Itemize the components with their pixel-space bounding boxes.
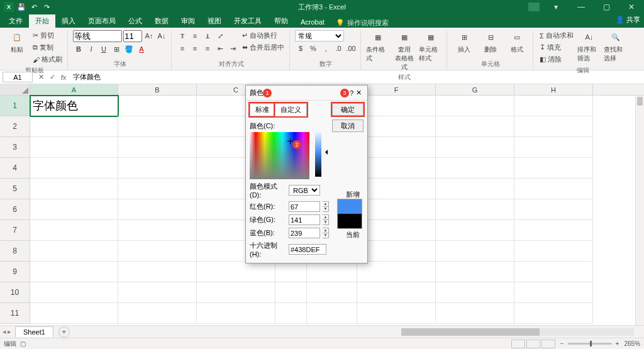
cell-H10[interactable]	[514, 282, 593, 303]
hex-input[interactable]	[289, 244, 326, 255]
cell-B3[interactable]	[118, 137, 197, 158]
tab-file[interactable]: 文件	[3, 14, 29, 28]
cell-B6[interactable]	[118, 199, 197, 220]
cell-A1[interactable]: 字体颜色	[30, 96, 118, 116]
cell-B7[interactable]	[118, 220, 197, 241]
cell-C11[interactable]	[197, 303, 275, 324]
grow-font-icon[interactable]: A↑	[143, 30, 155, 42]
inc-dec-icon[interactable]: .0	[333, 43, 344, 54]
cell-styles-button[interactable]: ▦单元格样式	[419, 30, 443, 63]
autosum-button[interactable]: Σ自动求和	[538, 30, 575, 41]
cell-E11[interactable]	[307, 303, 357, 324]
blue-spinner[interactable]: ▲▼	[323, 228, 329, 238]
indent-inc-icon[interactable]: ⇥	[227, 43, 238, 54]
cell-G6[interactable]	[436, 199, 514, 220]
row-header-4[interactable]: 4	[0, 158, 30, 179]
minimize-button[interactable]: —	[569, 0, 594, 14]
cell-A10[interactable]	[30, 282, 118, 303]
ribbon-opts-icon[interactable]: ▾	[543, 0, 569, 14]
cell-G3[interactable]	[436, 137, 514, 158]
align-right-icon[interactable]: ≡	[202, 43, 213, 54]
add-sheet-button[interactable]: +	[58, 326, 70, 338]
col-header-h[interactable]: H	[514, 84, 593, 95]
font-name-input[interactable]	[73, 30, 122, 42]
cell-C9[interactable]	[197, 262, 275, 282]
cell-G9[interactable]	[436, 262, 514, 282]
align-mid-icon[interactable]: ≡	[189, 30, 201, 42]
sheet-tab-1[interactable]: Sheet1	[15, 326, 53, 337]
italic-button[interactable]: I	[86, 43, 97, 55]
align-center-icon[interactable]: ≡	[189, 43, 201, 54]
indent-dec-icon[interactable]: ⇤	[214, 43, 226, 54]
align-top-icon[interactable]: ⫪	[177, 30, 188, 42]
cell-A6[interactable]	[30, 199, 118, 220]
redo-icon[interactable]: ↷	[42, 2, 52, 12]
cell-B5[interactable]	[118, 179, 197, 199]
cell-A3[interactable]	[30, 137, 118, 158]
font-color-button[interactable]: A	[136, 43, 147, 55]
fill-button[interactable]: ↧填充	[538, 42, 575, 53]
cond-format-button[interactable]: ▦条件格式	[366, 30, 390, 63]
cell-F5[interactable]	[357, 179, 436, 199]
cell-G4[interactable]	[436, 158, 514, 179]
col-header-f[interactable]: F	[357, 84, 436, 95]
cell-B8[interactable]	[118, 241, 197, 262]
sheet-nav-prev-icon[interactable]: ◂	[3, 328, 6, 336]
cell-H3[interactable]	[514, 137, 593, 158]
row-header-9[interactable]: 9	[0, 262, 30, 282]
cell-A2[interactable]	[30, 116, 118, 137]
comma-icon[interactable]: ,	[320, 43, 331, 54]
row-header-2[interactable]: 2	[0, 116, 30, 137]
format-cells-button[interactable]: ▭格式	[505, 30, 529, 54]
cancel-formula-icon[interactable]: ✕	[35, 73, 47, 81]
col-header-b[interactable]: B	[118, 84, 197, 95]
copy-button[interactable]: ⧉复制	[31, 42, 64, 53]
row-header-5[interactable]: 5	[0, 179, 30, 199]
cell-F4[interactable]	[357, 158, 436, 179]
cell-F9[interactable]	[357, 262, 436, 282]
insert-cells-button[interactable]: ⊞插入	[452, 30, 476, 54]
currency-icon[interactable]: $	[295, 43, 306, 54]
cell-B9[interactable]	[118, 262, 197, 282]
cell-F10[interactable]	[357, 282, 436, 303]
tab-home[interactable]: 开始	[29, 14, 55, 28]
paste-button[interactable]: 📋粘贴	[5, 30, 29, 54]
zoom-in-button[interactable]: +	[616, 340, 619, 347]
cell-B1[interactable]	[118, 96, 197, 116]
cell-G2[interactable]	[436, 116, 514, 137]
cell-D9[interactable]	[275, 262, 307, 282]
number-format-select[interactable]: 常规	[295, 30, 344, 42]
underline-button[interactable]: U	[98, 43, 109, 55]
formula-input[interactable]: 字体颜色	[69, 72, 644, 82]
merge-button[interactable]: ⬌合并后居中	[241, 42, 286, 53]
zoom-level[interactable]: 265%	[624, 340, 640, 347]
tab-formulas[interactable]: 公式	[122, 14, 148, 28]
cell-B10[interactable]	[118, 282, 197, 303]
view-normal-icon[interactable]	[511, 340, 525, 348]
cell-H2[interactable]	[514, 116, 593, 137]
cell-E9[interactable]	[307, 262, 357, 282]
cell-G1[interactable]	[436, 96, 514, 116]
red-input[interactable]	[289, 201, 320, 212]
dec-dec-icon[interactable]: .00	[345, 43, 357, 54]
cell-A9[interactable]	[30, 262, 118, 282]
cell-H4[interactable]	[514, 158, 593, 179]
red-spinner[interactable]: ▲▼	[323, 201, 329, 212]
zoom-out-button[interactable]: −	[560, 340, 564, 347]
tab-custom[interactable]: 自定义	[275, 103, 307, 116]
cell-A11[interactable]	[30, 303, 118, 324]
cell-H9[interactable]	[514, 262, 593, 282]
cell-C10[interactable]	[197, 282, 275, 303]
cell-G7[interactable]	[436, 220, 514, 241]
macro-rec-icon[interactable]: ▢	[20, 340, 26, 347]
sort-filter-button[interactable]: A↓排序和筛选	[577, 30, 601, 63]
bold-button[interactable]: B	[73, 43, 84, 55]
cell-B2[interactable]	[118, 116, 197, 137]
horizontal-scrollbar[interactable]	[401, 328, 634, 336]
cell-F11[interactable]	[357, 303, 436, 324]
find-select-button[interactable]: 🔍查找和选择	[604, 30, 628, 63]
tell-me[interactable]: 💡操作说明搜索	[336, 18, 389, 28]
blue-input[interactable]	[289, 228, 320, 238]
row-header-3[interactable]: 3	[0, 137, 30, 158]
cancel-button[interactable]: 取消	[332, 119, 364, 132]
